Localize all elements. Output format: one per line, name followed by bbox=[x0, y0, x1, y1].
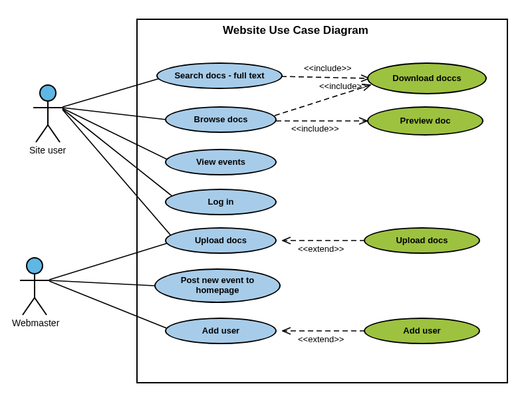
svg-line-9 bbox=[35, 298, 47, 315]
label-extend-2: <<extend>> bbox=[298, 334, 344, 344]
svg-line-3 bbox=[36, 125, 48, 142]
usecase-download-docs: Download doccs bbox=[367, 62, 487, 94]
label-extend-1: <<extend>> bbox=[298, 244, 344, 254]
label-include-2: <<include>> bbox=[319, 81, 367, 91]
usecase-post-event: Post new event to homepage bbox=[154, 268, 281, 303]
usecase-add-user: Add user bbox=[165, 318, 277, 344]
actor-label-site-user: Site user bbox=[29, 145, 66, 155]
usecase-log-in: Log in bbox=[165, 189, 277, 215]
label-include-1: <<include>> bbox=[304, 63, 352, 73]
usecase-search-docs: Search docs - full text bbox=[156, 62, 283, 89]
usecase-view-events: View events bbox=[165, 149, 277, 175]
usecase-add-user-ext: Add user bbox=[364, 318, 480, 344]
usecase-upload-docs: Upload docs bbox=[165, 227, 277, 254]
usecase-upload-docs-ext: Upload docs bbox=[364, 227, 480, 254]
diagram-canvas: Website Use Case Diagram bbox=[0, 0, 532, 398]
usecase-preview-doc: Preview doc bbox=[367, 106, 483, 136]
svg-line-8 bbox=[23, 298, 35, 315]
label-include-3: <<include>> bbox=[291, 124, 339, 134]
svg-point-5 bbox=[27, 258, 43, 274]
actor-site-user bbox=[33, 85, 63, 142]
diagram-title: Website Use Case Diagram bbox=[223, 24, 368, 37]
actor-webmaster bbox=[20, 258, 49, 315]
usecase-browse-docs: Browse docs bbox=[165, 106, 277, 133]
svg-point-0 bbox=[40, 85, 56, 101]
svg-line-4 bbox=[48, 125, 60, 142]
actor-label-webmaster: Webmaster bbox=[12, 318, 59, 328]
